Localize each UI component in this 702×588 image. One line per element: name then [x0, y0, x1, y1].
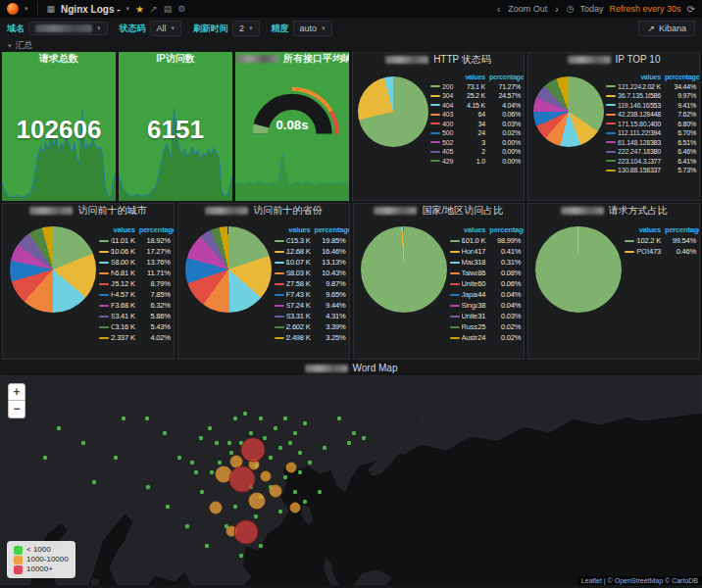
settings-gear-icon[interactable]: ⚙ [177, 4, 185, 14]
map-marker-low[interactable] [92, 480, 96, 484]
time-back-icon[interactable]: ‹ [495, 4, 502, 15]
dashboard-row-toggle[interactable]: ▾ 汇总 [0, 39, 702, 52]
map-marker-low[interactable] [288, 441, 292, 445]
map-marker-low[interactable] [194, 470, 198, 474]
chevron-down-icon[interactable]: ▾ [126, 5, 130, 13]
map-marker-low[interactable] [362, 436, 366, 440]
request-methods-pie[interactable] [535, 226, 622, 313]
variable-domain-dropdown[interactable]: ▾ [28, 22, 108, 35]
panel-title[interactable]: 所有接口平均响应时间 [235, 52, 349, 66]
legend-row[interactable]: 119.146.164.985539.41% [606, 101, 696, 111]
legend-row[interactable]: POST4730.46% [625, 246, 696, 257]
share-icon[interactable]: ↗ [150, 4, 158, 14]
grafana-logo-icon[interactable] [7, 3, 19, 15]
time-range-button[interactable]: Today [580, 4, 604, 14]
legend-row[interactable]: Shandong7.24 K9.44% [275, 300, 346, 311]
map-marker-low[interactable] [278, 446, 282, 450]
map-canvas[interactable] [0, 375, 702, 585]
legend-row[interactable]: Sichuan3.31 K4.31% [275, 311, 346, 321]
map-marker-low[interactable] [177, 456, 181, 460]
legend-row[interactable]: United Kingdom310.03% [450, 311, 522, 321]
map-marker-low[interactable] [114, 456, 118, 460]
legend-row[interactable]: Beijing10.07 K13.13% [275, 257, 346, 268]
refresh-icon[interactable]: ⟳ [687, 4, 695, 15]
map-marker-low[interactable] [239, 554, 243, 558]
map-marker-low[interactable] [254, 514, 258, 518]
legend-row[interactable]: 171.15.80.364006.80% [606, 120, 696, 129]
map-marker-low[interactable] [303, 500, 307, 504]
legend-row[interactable]: Singapore380.04% [450, 300, 522, 311]
map-attribution[interactable]: Leaflet | © OpenStreetMap © CartoDB [577, 576, 702, 585]
legend-row[interactable]: Fuzhou3.68 K6.32% [99, 300, 171, 311]
legend-row[interactable]: Russia250.02% [450, 321, 522, 332]
variable-refresh-dropdown[interactable]: 2▾ [232, 21, 260, 36]
legend-row[interactable]: 121.224.77.832.02 K34.44% [606, 82, 696, 92]
map-marker-high[interactable] [229, 466, 255, 492]
legend-row[interactable]: 500240.02% [430, 128, 521, 138]
legend-row[interactable]: 20073.1 K71.27% [430, 82, 521, 92]
map-marker-low[interactable] [318, 490, 322, 494]
panel-title[interactable]: 访问前十的城市 [3, 204, 174, 218]
map-marker-low[interactable] [218, 461, 222, 465]
legend-row[interactable]: Suzhou3.41 K5.86% [99, 311, 171, 321]
map-marker-low[interactable] [347, 441, 351, 445]
map-marker-low[interactable] [215, 441, 219, 445]
map-marker-low[interactable] [163, 431, 167, 435]
legend-row[interactable]: Chengdu3.16 K5.43% [99, 321, 171, 332]
zoom-out-button[interactable]: Zoom Out [508, 4, 547, 14]
ip-top10-pie[interactable] [533, 76, 604, 147]
map-marker-low[interactable] [81, 441, 85, 445]
map-marker-low[interactable] [233, 416, 237, 420]
map-marker-low[interactable] [259, 544, 263, 548]
map-marker-low[interactable] [210, 470, 214, 474]
legend-row[interactable]: Shaanxi2.498 K3.25% [275, 332, 346, 343]
map-marker-low[interactable] [283, 416, 287, 420]
panel-title[interactable]: Word Map [0, 362, 702, 375]
legend-row[interactable]: 403640.06% [430, 110, 521, 120]
legend-row[interactable]: Fujian7.43 K9.65% [275, 289, 346, 300]
map-marker-low[interactable] [293, 431, 297, 435]
map-marker-low[interactable] [57, 426, 61, 430]
legend-row[interactable]: 30425.2 K24.57% [430, 91, 521, 101]
map-marker-high[interactable] [241, 438, 265, 462]
star-icon[interactable]: ★ [135, 4, 144, 15]
map-marker-low[interactable] [303, 421, 307, 425]
legend-row[interactable]: 112.111.229.343946.70% [606, 128, 696, 138]
map-marker-low[interactable] [190, 461, 194, 465]
time-forward-icon[interactable]: › [553, 4, 560, 15]
map-marker-mid[interactable] [286, 463, 296, 472]
map-marker-low[interactable] [122, 416, 125, 420]
map-marker-low[interactable] [283, 475, 287, 479]
world-map[interactable]: + − < 10001000-1000010000+ Leaflet | © O… [0, 375, 702, 585]
map-marker-high[interactable] [234, 520, 258, 544]
legend-row[interactable]: Anhui2.602 K3.39% [275, 321, 346, 332]
kibana-link-button[interactable]: ↗Kibana [638, 21, 695, 36]
map-marker-low[interactable] [269, 456, 273, 460]
legend-row[interactable]: Jinan5.12 K8.79% [99, 278, 171, 289]
top-cities-pie[interactable] [10, 226, 96, 313]
chevron-down-icon[interactable]: ▾ [25, 5, 28, 13]
legend-row[interactable]: 50230.00% [430, 138, 521, 148]
legend-row[interactable]: China101.0 K98.99% [450, 235, 522, 246]
map-marker-low[interactable] [227, 441, 231, 445]
map-marker-low[interactable] [145, 416, 149, 420]
map-marker-low[interactable] [233, 505, 237, 509]
save-icon[interactable]: ▤ [164, 4, 173, 14]
map-marker-low[interactable] [199, 436, 203, 440]
http-status-pie[interactable] [358, 76, 428, 147]
panel-title[interactable]: 请求方式占比 [528, 204, 699, 218]
map-marker-low[interactable] [293, 490, 297, 494]
map-marker-low[interactable] [243, 412, 247, 416]
panel-title[interactable]: 请求总数 [2, 52, 116, 66]
map-zoom-out-button[interactable]: − [8, 401, 25, 418]
legend-row[interactable]: Jiangsu12.68 K16.46% [275, 246, 346, 257]
legend-row[interactable]: Guangdong15.3 K19.85% [275, 235, 346, 246]
panel-title[interactable]: IP访问数 [119, 52, 232, 66]
map-marker-mid[interactable] [210, 502, 222, 514]
legend-row[interactable]: GET102.2 K99.54% [625, 235, 696, 246]
country-share-pie[interactable] [361, 226, 447, 313]
legend-row[interactable]: Xian2.337 K4.02% [99, 332, 171, 343]
refresh-interval-button[interactable]: Refresh every 30s [610, 4, 681, 14]
map-marker-low[interactable] [352, 431, 356, 435]
legend-row[interactable]: Shanghai8.03 K10.43% [275, 268, 346, 278]
